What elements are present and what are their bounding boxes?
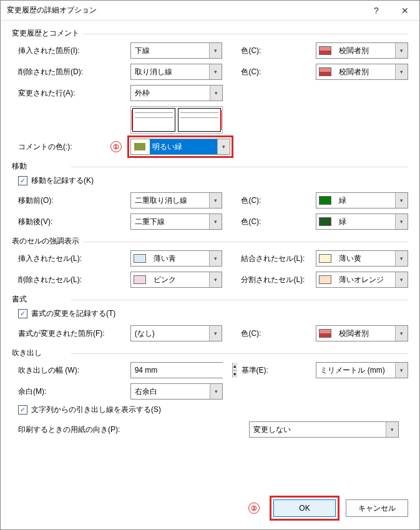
titlebar-buttons: ? ✕ bbox=[362, 1, 419, 20]
deletions-label: 削除された箇所(D): bbox=[18, 67, 130, 77]
inserted-cells-dropdown[interactable]: 薄い青 ▾ bbox=[130, 250, 223, 267]
deletions-dropdown[interactable]: 取り消し線 ▾ bbox=[130, 64, 223, 80]
annotation-1-highlight: 明るい緑 ▾ bbox=[127, 135, 233, 158]
chevron-down-icon: ▾ bbox=[209, 326, 222, 341]
chevron-down-icon: ▾ bbox=[209, 272, 222, 287]
moved-to-color-dropdown[interactable]: 緑 ▾ bbox=[316, 213, 408, 230]
dialog: 変更履歴の詳細オプション ? ✕ 変更履歴とコメント 挿入された箇所(I): 下… bbox=[0, 0, 420, 530]
section-balloons: 吹き出し 吹き出しの幅 (W): ▲ ▼ 基準(E): ミリメートル (mm) … bbox=[12, 348, 408, 438]
show-lines-checkbox[interactable]: ✓ bbox=[18, 405, 27, 415]
titlebar: 変更履歴の詳細オプション ? ✕ bbox=[1, 1, 419, 21]
chevron-down-icon: ▾ bbox=[395, 193, 408, 208]
section-formatting: 書式 ✓ 書式の変更を記録する(T) 書式が変更された箇所(F): (なし) ▾… bbox=[12, 294, 408, 341]
chevron-down-icon: ▾ bbox=[209, 214, 222, 229]
color-swatch bbox=[319, 196, 331, 205]
chevron-down-icon: ▾ bbox=[395, 272, 408, 287]
measure-in-dropdown[interactable]: ミリメートル (mm) ▾ bbox=[316, 362, 408, 378]
insertions-color-label: 色(C): bbox=[241, 46, 316, 56]
color-swatch bbox=[134, 275, 146, 284]
chevron-down-icon: ▾ bbox=[209, 193, 222, 208]
changed-lines-label: 変更された行(A): bbox=[18, 88, 130, 99]
chevron-down-icon: ▾ bbox=[395, 43, 408, 58]
track-moves-checkbox[interactable]: ✓ bbox=[18, 176, 27, 185]
group-balloons-label: 吹き出し bbox=[12, 348, 408, 358]
balloon-width-spinner[interactable]: ▲ ▼ bbox=[130, 362, 223, 378]
color-swatch bbox=[319, 217, 331, 226]
chevron-down-icon: ▾ bbox=[210, 384, 222, 399]
spinner-up[interactable]: ▲ bbox=[233, 363, 237, 371]
chevron-down-icon: ▾ bbox=[217, 139, 230, 154]
moved-from-color-dropdown[interactable]: 緑 ▾ bbox=[316, 192, 408, 209]
chevron-down-icon: ▾ bbox=[395, 214, 408, 229]
comments-color-dropdown[interactable]: 明るい緑 ▾ bbox=[130, 139, 230, 155]
chevron-down-icon: ▾ bbox=[209, 64, 222, 79]
deletions-color-label: 色(C): bbox=[241, 67, 316, 77]
chevron-down-icon: ▾ bbox=[395, 363, 408, 378]
group-moves-label: 移動 bbox=[12, 161, 408, 172]
track-formatting-label: 書式の変更を記録する(T) bbox=[31, 308, 115, 319]
track-moves-label: 移動を記録する(K) bbox=[31, 175, 94, 186]
split-cells-label: 分割されたセル(L): bbox=[241, 275, 316, 285]
show-lines-label: 文字列からの引き出し線を表示する(S) bbox=[31, 405, 161, 415]
moved-to-dropdown[interactable]: 二重下線 ▾ bbox=[130, 213, 223, 230]
formatting-color-dropdown[interactable]: 校閲者別 ▾ bbox=[316, 325, 408, 341]
annotation-2-highlight: OK bbox=[270, 496, 339, 521]
group-table-label: 表のセルの強調表示 bbox=[12, 236, 408, 247]
orientation-label: 印刷するときの用紙の向き(P): bbox=[18, 424, 249, 435]
merged-cells-dropdown[interactable]: 薄い黄 ▾ bbox=[316, 250, 408, 267]
dialog-title: 変更履歴の詳細オプション bbox=[7, 5, 97, 16]
margin-dropdown[interactable]: 右余白 ▾ bbox=[130, 383, 223, 400]
merged-cells-label: 結合されたセル(L): bbox=[241, 253, 316, 264]
color-swatch bbox=[319, 275, 331, 284]
chevron-down-icon: ▾ bbox=[210, 86, 222, 101]
formatting-color-label: 色(C): bbox=[241, 328, 316, 339]
formatting-dropdown[interactable]: (なし) ▾ bbox=[130, 325, 223, 341]
insertions-label: 挿入された箇所(I): bbox=[18, 46, 130, 56]
section-table-cells: 表のセルの強調表示 挿入されたセル(L): 薄い青 ▾ 結合されたセル(L): … bbox=[12, 236, 408, 288]
formatting-label: 書式が変更された箇所(F): bbox=[18, 328, 130, 339]
deleted-cells-dropdown[interactable]: ピンク ▾ bbox=[130, 272, 223, 288]
section-markup: 変更履歴とコメント 挿入された箇所(I): 下線 ▾ 色(C): 校閲者別 ▾ … bbox=[12, 28, 408, 155]
chevron-down-icon: ▾ bbox=[395, 251, 408, 266]
moved-from-color-label: 色(C): bbox=[241, 195, 316, 206]
chevron-down-icon: ▾ bbox=[395, 326, 408, 341]
changed-lines-dropdown[interactable]: 外枠 ▾ bbox=[130, 85, 223, 101]
cancel-button[interactable]: キャンセル bbox=[346, 499, 408, 517]
close-button[interactable]: ✕ bbox=[391, 1, 419, 20]
group-formatting-label: 書式 bbox=[12, 294, 408, 305]
color-swatch bbox=[319, 67, 331, 76]
chevron-down-icon: ▾ bbox=[386, 422, 398, 437]
moved-to-label: 移動後(V): bbox=[18, 217, 130, 227]
color-swatch bbox=[134, 142, 146, 151]
moved-to-color-label: 色(C): bbox=[241, 217, 316, 227]
track-formatting-checkbox[interactable]: ✓ bbox=[18, 309, 27, 318]
color-swatch bbox=[319, 329, 331, 338]
content: 変更履歴とコメント 挿入された箇所(I): 下線 ▾ 色(C): 校閲者別 ▾ … bbox=[1, 21, 419, 487]
insertions-dropdown[interactable]: 下線 ▾ bbox=[130, 42, 223, 59]
chevron-down-icon: ▾ bbox=[209, 251, 222, 266]
inserted-cells-label: 挿入されたセル(L): bbox=[18, 253, 130, 264]
section-moves: 移動 ✓ 移動を記録する(K) 移動前(O): 二重取り消し線 ▾ 色(C): … bbox=[12, 161, 408, 230]
help-button[interactable]: ? bbox=[362, 1, 391, 20]
orientation-dropdown[interactable]: 変更しない ▾ bbox=[249, 421, 399, 438]
annotation-2: ② bbox=[248, 503, 260, 514]
chevron-down-icon: ▾ bbox=[395, 64, 408, 79]
measure-in-label: 基準(E): bbox=[242, 365, 316, 376]
balloon-width-input[interactable] bbox=[131, 363, 232, 378]
color-swatch bbox=[319, 46, 331, 55]
balloon-width-label: 吹き出しの幅 (W): bbox=[18, 365, 130, 376]
color-swatch bbox=[319, 254, 331, 263]
insertions-color-dropdown[interactable]: 校閲者別 ▾ bbox=[316, 42, 408, 59]
split-cells-dropdown[interactable]: 薄いオレンジ ▾ bbox=[316, 272, 408, 288]
ok-button[interactable]: OK bbox=[273, 499, 336, 517]
footer: ② OK キャンセル bbox=[1, 487, 419, 529]
deleted-cells-label: 削除されたセル(L): bbox=[18, 275, 130, 285]
spinner-down[interactable]: ▼ bbox=[233, 371, 237, 378]
comments-color-label: コメントの色(:): bbox=[18, 142, 72, 152]
moved-from-label: 移動前(O): bbox=[18, 195, 130, 206]
chevron-down-icon: ▾ bbox=[209, 43, 222, 58]
group-markup-label: 変更履歴とコメント bbox=[12, 28, 408, 39]
moved-from-dropdown[interactable]: 二重取り消し線 ▾ bbox=[130, 192, 223, 209]
deletions-color-dropdown[interactable]: 校閲者別 ▾ bbox=[316, 64, 408, 80]
color-swatch bbox=[134, 254, 146, 263]
